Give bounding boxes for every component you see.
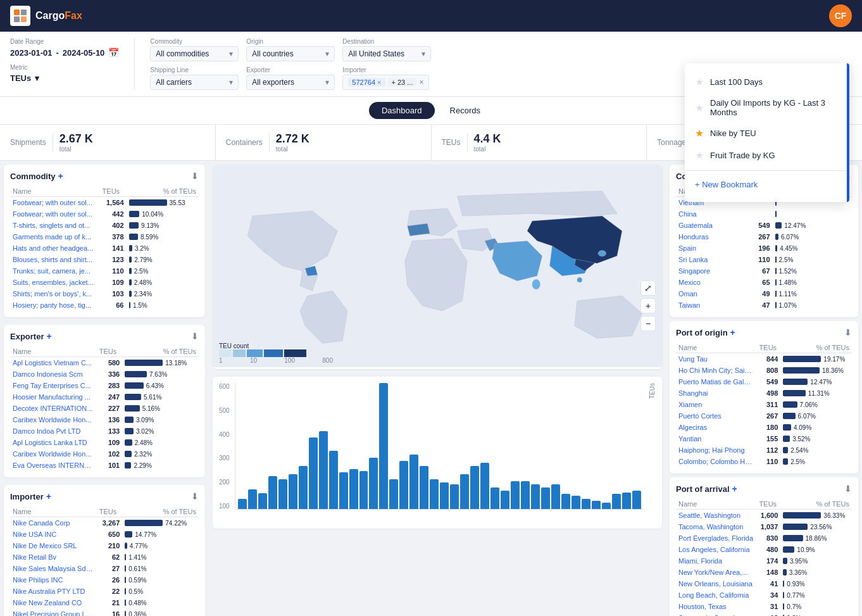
bookmark-item[interactable]: ★Fruit Trade by KG <box>685 144 849 167</box>
chart-bar[interactable] <box>561 494 570 509</box>
table-row: Apl Logistics Vietnam C...58013.18% <box>10 357 199 369</box>
table-row: New Orleans, Louisiana410.93% <box>676 578 852 589</box>
tab-dashboard[interactable]: Dashboard <box>369 102 435 119</box>
commodity-th-teus: TEUs <box>100 186 127 197</box>
chart-bar[interactable] <box>268 476 277 509</box>
map-expand-btn[interactable]: ⤢ <box>640 280 656 296</box>
chart-bar[interactable] <box>470 466 479 509</box>
user-avatar[interactable]: CF <box>829 4 852 27</box>
chart-bar[interactable] <box>632 491 641 509</box>
commodity-widget: Commodity + ⬇ Name TEUs % of TEUs Footwe… <box>4 165 205 317</box>
logo-icon <box>10 6 30 26</box>
bookmark-item[interactable]: ★Last 100 Days <box>685 71 849 93</box>
port-origin-download[interactable]: ⬇ <box>844 327 852 337</box>
map-controls: ⤢ + − <box>640 280 656 331</box>
chart-bar[interactable] <box>420 466 428 509</box>
port-origin-th-name: Name <box>676 343 757 353</box>
destination-select[interactable]: All United States ▾ <box>342 46 431 61</box>
shipping-line-val: All carriers <box>156 78 192 87</box>
chart-bar[interactable] <box>592 501 601 509</box>
chart-bar[interactable] <box>329 451 338 509</box>
table-row: Nikel Precision Group LLC160.36% <box>10 608 199 616</box>
port-origin-th-teus: TEUs <box>757 343 781 353</box>
chart-bar[interactable] <box>319 431 328 509</box>
bookmark-item[interactable]: ★Nike by TEU <box>685 122 849 144</box>
port-origin-add[interactable]: + <box>730 327 735 337</box>
chart-bar[interactable] <box>501 491 509 509</box>
chart-bar[interactable] <box>460 474 469 509</box>
chart-bar[interactable] <box>511 481 520 510</box>
bar-chart-widget: 600 500 400 300 200 100 TEUs <box>213 377 662 529</box>
legend-ticks: 1 10 100 800 <box>219 357 333 364</box>
map-legend: TEU count 1 10 100 800 <box>219 343 333 364</box>
map-zoom-in-btn[interactable]: + <box>640 298 656 313</box>
chart-bar[interactable] <box>521 481 530 510</box>
new-bookmark-button[interactable]: + New Bookmark <box>685 175 849 194</box>
commodity-select[interactable]: All commodities ▾ <box>150 46 239 61</box>
chart-bar[interactable] <box>541 487 550 509</box>
metric-value[interactable]: TEUs ▾ <box>10 73 119 83</box>
table-row: Taiwan471.07% <box>676 299 852 311</box>
chart-bar[interactable] <box>309 437 318 509</box>
chart-bar[interactable] <box>369 458 378 509</box>
table-row: Shanghai49811.31% <box>676 387 852 399</box>
chart-bar[interactable] <box>409 455 418 509</box>
importer-tag-close[interactable]: × <box>377 79 381 86</box>
exporter-val: All exporters <box>252 78 294 87</box>
svg-rect-2 <box>14 16 20 22</box>
bookmark-item[interactable]: ★Daily Oil Imports by KG - Last 3 Months <box>685 93 849 122</box>
shipping-line-select[interactable]: All carriers ▾ <box>150 75 239 90</box>
chart-bar[interactable] <box>582 499 590 509</box>
chart-bar[interactable] <box>248 489 257 509</box>
chart-bar[interactable] <box>440 482 449 509</box>
chart-bar[interactable] <box>572 496 580 509</box>
tab-records[interactable]: Records <box>437 102 493 119</box>
importer-tag[interactable]: 572764 × <box>348 78 385 87</box>
commodity-add[interactable]: + <box>58 171 63 181</box>
chart-bar[interactable] <box>430 479 439 509</box>
metric-sep-2 <box>269 133 270 152</box>
origin-val: All countries <box>252 49 293 58</box>
chart-bar[interactable] <box>289 474 297 509</box>
exporter-add[interactable]: + <box>46 331 51 341</box>
svg-point-6 <box>577 277 582 282</box>
chart-bar[interactable] <box>551 484 560 509</box>
exporter-download[interactable]: ⬇ <box>191 331 199 341</box>
chart-bar[interactable] <box>389 479 398 509</box>
chart-bar[interactable] <box>379 383 388 509</box>
date-range-value[interactable]: 2023-01-01 - 2024-05-10 📅 <box>10 47 119 58</box>
chart-bar[interactable] <box>450 484 459 509</box>
chart-bar[interactable] <box>490 487 499 509</box>
port-arrival-add[interactable]: + <box>732 484 737 494</box>
importer-select[interactable]: 572764 × + 23 ... × <box>342 75 429 90</box>
commodity-download[interactable]: ⬇ <box>191 171 199 181</box>
exporter-select[interactable]: All exporters ▾ <box>246 75 335 90</box>
chart-bar[interactable] <box>278 479 287 509</box>
logo: CargoFax <box>10 6 82 26</box>
origin-arrow: ▾ <box>325 49 329 58</box>
origin-select[interactable]: All countries ▾ <box>246 46 335 61</box>
chart-bar[interactable] <box>531 484 540 509</box>
chart-bar[interactable] <box>612 494 621 509</box>
importer-download[interactable]: ⬇ <box>191 491 199 501</box>
chart-bar[interactable] <box>359 471 368 509</box>
importer-label: Importer <box>342 66 429 73</box>
main-content: Commodity + ⬇ Name TEUs % of TEUs Footwe… <box>0 161 862 616</box>
map-zoom-out-btn[interactable]: − <box>640 316 656 331</box>
port-arrival-download[interactable]: ⬇ <box>844 484 852 494</box>
chart-bar[interactable] <box>258 493 267 509</box>
chart-bar[interactable] <box>480 463 489 509</box>
chart-bar[interactable] <box>622 493 631 509</box>
header: CargoFax CF <box>0 0 862 32</box>
chart-bar[interactable] <box>238 499 247 509</box>
importer-add[interactable]: + <box>46 491 51 501</box>
chart-bar[interactable] <box>602 503 611 509</box>
importer-clear[interactable]: × <box>419 78 423 87</box>
chart-bar[interactable] <box>339 472 348 509</box>
teu-count-label: TEU count <box>219 343 333 349</box>
chart-bar[interactable] <box>349 469 358 509</box>
chart-bar[interactable] <box>399 461 408 509</box>
port-arrival-header: Port of arrival + ⬇ <box>676 484 852 494</box>
importer-tag-more[interactable]: + 23 ... <box>388 78 417 87</box>
chart-bar[interactable] <box>299 466 308 509</box>
